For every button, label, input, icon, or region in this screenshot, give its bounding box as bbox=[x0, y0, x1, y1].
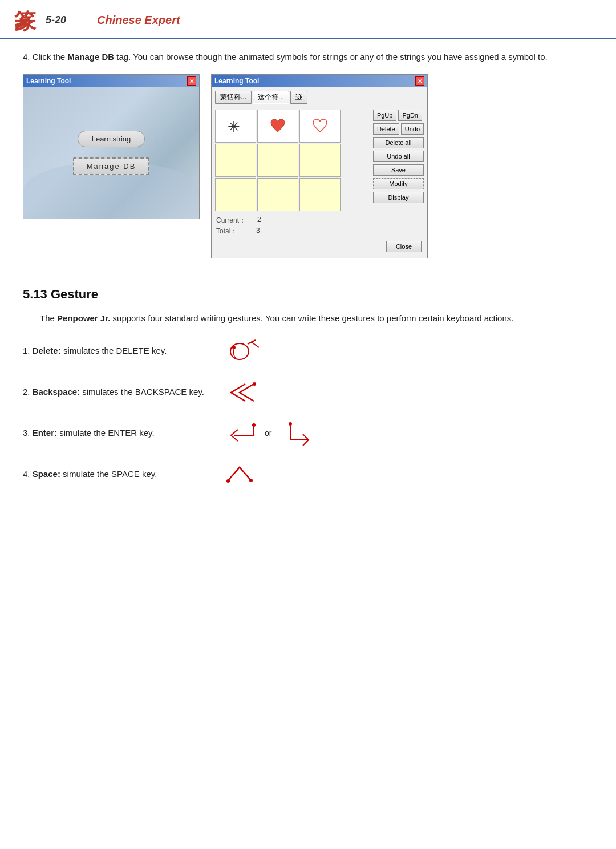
total-value: 3 bbox=[256, 227, 260, 236]
svg-point-8 bbox=[252, 423, 256, 427]
window-left: Learning Tool ✕ Learn string Manage DB bbox=[23, 74, 200, 219]
delete-undo-row: Delete Undo bbox=[373, 123, 424, 135]
right-main: ✳ bbox=[215, 110, 424, 212]
delete-button[interactable]: Delete bbox=[373, 123, 399, 135]
gesture-backspace-text: 2. Backspace: simulates the BACKSPACE ke… bbox=[23, 386, 217, 399]
svg-point-7 bbox=[253, 382, 256, 386]
gesture-item-backspace: 2. Backspace: simulates the BACKSPACE ke… bbox=[23, 378, 593, 407]
page-number: 5-20 bbox=[46, 14, 80, 26]
undo-all-button[interactable]: Undo all bbox=[373, 151, 424, 162]
display-button[interactable]: Display bbox=[373, 192, 424, 203]
info-section: Current： 2 Total： 3 bbox=[215, 216, 424, 236]
gesture-item-delete: 1. Delete: simulates the DELETE key. bbox=[23, 337, 593, 366]
current-value: 2 bbox=[257, 216, 261, 225]
gesture-delete-bold: Delete: bbox=[33, 346, 61, 355]
gesture-enter-bold: Enter: bbox=[33, 428, 57, 438]
total-line: Total： 3 bbox=[216, 227, 423, 236]
learn-string-button[interactable]: Learn string bbox=[78, 131, 145, 147]
svg-text:✳: ✳ bbox=[228, 119, 240, 135]
grid-cell-empty-2[interactable] bbox=[257, 144, 298, 177]
grid-cell-empty-6[interactable] bbox=[299, 178, 341, 211]
enter-or-label: or bbox=[265, 427, 271, 439]
total-label: Total： bbox=[216, 227, 245, 236]
step4-text: 4. Click the Manage DB tag. You can brow… bbox=[23, 50, 593, 64]
gesture-item-enter: 3. Enter: simulate the ENTER key. or bbox=[23, 419, 593, 448]
window-right-close[interactable]: ✕ bbox=[415, 76, 424, 86]
svg-point-6 bbox=[232, 346, 236, 349]
star-symbol-icon: ✳ bbox=[225, 116, 246, 136]
window-left-close[interactable]: ✕ bbox=[187, 76, 196, 86]
grid-cell-heart1[interactable] bbox=[257, 110, 298, 143]
symbol-grid: ✳ bbox=[215, 110, 370, 212]
heart-symbol-icon bbox=[268, 116, 288, 136]
current-label: Current： bbox=[216, 216, 246, 225]
section-513-heading: 5.13 Gesture bbox=[23, 287, 593, 302]
penpower-bold: Penpower Jr. bbox=[57, 313, 110, 323]
heart-outline-symbol-icon bbox=[310, 116, 330, 136]
page-title: Chinese Expert bbox=[97, 14, 180, 27]
grid-cell-empty-1[interactable] bbox=[215, 144, 256, 177]
close-button[interactable]: Close bbox=[386, 241, 422, 252]
gesture-delete-text: 1. Delete: simulates the DELETE key. bbox=[23, 345, 217, 358]
window-right-title: Learning Tool bbox=[214, 77, 259, 85]
grid-cell-empty-3[interactable] bbox=[299, 144, 341, 177]
manage-db-button[interactable]: Manage DB bbox=[73, 157, 150, 175]
delete-gesture-icon bbox=[222, 337, 262, 366]
tab-mengtiankui[interactable]: 蒙恬科... bbox=[215, 91, 252, 104]
gesture-space-bold: Space: bbox=[33, 469, 60, 479]
window-left-titlebar: Learning Tool ✕ bbox=[23, 75, 199, 87]
grid-cell-empty-4[interactable] bbox=[215, 178, 256, 211]
sidebar-buttons: PgUp PgDn Delete Undo Delete all Undo al… bbox=[373, 110, 424, 212]
svg-text:篆: 篆 bbox=[14, 9, 37, 33]
current-line: Current： 2 bbox=[216, 216, 423, 225]
window-left-body: Learn string Manage DB bbox=[23, 87, 199, 219]
section-513-intro: The Penpower Jr. supports four standard … bbox=[23, 311, 593, 326]
pgup-pgdn-row: PgUp PgDn bbox=[373, 110, 424, 121]
gesture-item-space: 4. Space: simulate the SPACE key. bbox=[23, 460, 593, 489]
tab-ji[interactable]: 迹 bbox=[290, 91, 307, 104]
pgdn-button[interactable]: PgDn bbox=[398, 110, 422, 121]
window-right: Learning Tool ✕ 蒙恬科... 这个符... 迹 bbox=[211, 74, 428, 258]
grid-row-1: ✳ bbox=[215, 110, 370, 143]
svg-point-10 bbox=[226, 479, 230, 483]
grid-row-2 bbox=[215, 144, 370, 177]
close-area: Close bbox=[215, 241, 424, 254]
gesture-space-text: 4. Space: simulate the SPACE key. bbox=[23, 468, 217, 481]
svg-point-9 bbox=[289, 422, 292, 426]
grid-row-3 bbox=[215, 178, 370, 211]
save-button[interactable]: Save bbox=[373, 164, 424, 176]
gesture-list: 1. Delete: simulates the DELETE key. 2. … bbox=[23, 337, 593, 489]
screenshots-row: Learning Tool ✕ Learn string Manage DB L… bbox=[23, 74, 593, 258]
grid-cell-empty-5[interactable] bbox=[257, 178, 298, 211]
pgup-button[interactable]: PgUp bbox=[373, 110, 397, 121]
tabs-row: 蒙恬科... 这个符... 迹 bbox=[215, 91, 424, 106]
gesture-enter-text: 3. Enter: simulate the ENTER key. bbox=[23, 427, 217, 440]
svg-line-5 bbox=[251, 342, 259, 347]
enter-gesture-2-icon bbox=[279, 419, 319, 448]
window-right-titlebar: Learning Tool ✕ bbox=[212, 75, 427, 87]
modify-button[interactable]: Modify bbox=[373, 178, 424, 189]
gesture-backspace-bold: Backspace: bbox=[33, 387, 80, 397]
grid-cell-star[interactable]: ✳ bbox=[215, 110, 256, 143]
enter-gesture-1-icon bbox=[222, 419, 262, 448]
backspace-gesture-icon bbox=[222, 378, 262, 407]
page-header: 篆 5-20 Chinese Expert bbox=[0, 0, 616, 39]
delete-all-button[interactable]: Delete all bbox=[373, 137, 424, 148]
step4-bold: Manage DB bbox=[67, 52, 114, 62]
undo-button[interactable]: Undo bbox=[401, 123, 424, 135]
space-gesture-icon bbox=[222, 460, 262, 489]
svg-point-11 bbox=[249, 479, 253, 482]
main-content: 4. Click the Manage DB tag. You can brow… bbox=[0, 39, 616, 513]
tab-zhege[interactable]: 这个符... bbox=[253, 91, 289, 104]
logo-icon: 篆 bbox=[11, 6, 40, 34]
grid-cell-heart2[interactable] bbox=[299, 110, 341, 143]
window-right-body: 蒙恬科... 这个符... 迹 bbox=[212, 87, 427, 258]
window-left-title: Learning Tool bbox=[26, 77, 71, 85]
